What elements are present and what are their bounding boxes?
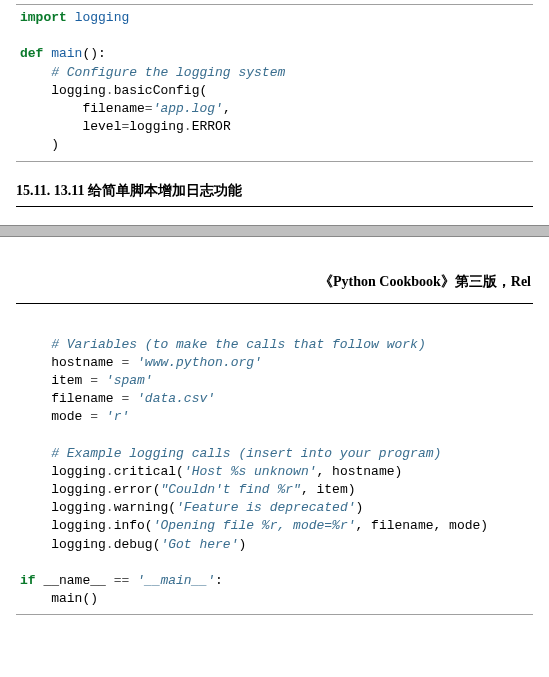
str-got-here: 'Got here' (160, 537, 238, 552)
var-hostname: hostname (51, 355, 113, 370)
var-item: item (51, 373, 82, 388)
section-heading: 15.11. 13.11 给简单脚本增加日志功能 (16, 176, 533, 207)
var-filename: filename (51, 391, 113, 406)
logging-ref: logging (129, 119, 184, 134)
logging-warn: logging (51, 500, 106, 515)
arg-filename: filename (82, 101, 144, 116)
call-error: error( (114, 482, 161, 497)
comment-configure: # Configure the logging system (51, 65, 285, 80)
code-block-1: import logging def main(): # Configure t… (16, 4, 533, 162)
call-warning: warning( (114, 500, 176, 515)
close: ) (238, 537, 246, 552)
space (129, 573, 137, 588)
call-info: info( (114, 518, 153, 533)
level-error: ERROR (192, 119, 231, 134)
call-logging: logging (51, 83, 106, 98)
logging-debug: logging (51, 537, 106, 552)
dot: . (106, 518, 114, 533)
close: ) (356, 500, 364, 515)
str-opening-file: 'Opening file %r, mode=%r' (153, 518, 356, 533)
page-lower: 《Python Cookbook》第三版，Rel # Variables (to… (0, 273, 549, 616)
call-critical: critical( (114, 464, 184, 479)
call-debug: debug( (114, 537, 161, 552)
page-upper: import logging def main(): # Configure t… (0, 0, 549, 207)
dot: . (106, 83, 114, 98)
dot: . (184, 119, 192, 134)
module-logging: logging (75, 10, 130, 25)
eq: = (82, 409, 105, 424)
kw-if: if (20, 573, 36, 588)
close-paren: ) (51, 137, 59, 152)
eqeq: == (114, 573, 130, 588)
comment-example: # Example logging calls (insert into you… (51, 446, 441, 461)
logging-err: logging (51, 482, 106, 497)
kw-import: import (20, 10, 67, 25)
str-deprecated: 'Feature is deprecated' (176, 500, 355, 515)
str-applog: 'app.log' (153, 101, 223, 116)
page-break (0, 225, 549, 237)
str-hostname: 'www.python.org' (137, 355, 262, 370)
paren: (): (82, 46, 105, 61)
kw-def: def (20, 46, 43, 61)
args-item: , item) (301, 482, 356, 497)
logging-info: logging (51, 518, 106, 533)
str-item: 'spam' (106, 373, 153, 388)
dot: . (106, 500, 114, 515)
eq: = (145, 101, 153, 116)
args-hostname: , hostname) (316, 464, 402, 479)
page-header: 《Python Cookbook》第三版，Rel (16, 273, 533, 304)
code-block-2: # Variables (to make the calls that foll… (16, 332, 533, 616)
logging-crit: logging (51, 464, 106, 479)
dot: . (106, 464, 114, 479)
dot: . (106, 537, 114, 552)
comma: , (223, 101, 231, 116)
name-dunder: __name__ (36, 573, 114, 588)
str-main: '__main__' (137, 573, 215, 588)
arg-level: level (82, 119, 121, 134)
eq: = (114, 391, 137, 406)
call-basicconfig: basicConfig( (114, 83, 208, 98)
colon: : (215, 573, 223, 588)
var-mode: mode (51, 409, 82, 424)
str-mode: 'r' (106, 409, 129, 424)
dot: . (106, 482, 114, 497)
str-couldnt-find: "Couldn't find %r" (160, 482, 300, 497)
str-filename: 'data.csv' (137, 391, 215, 406)
call-main: main() (51, 591, 98, 606)
func-main: main (51, 46, 82, 61)
eq: = (82, 373, 105, 388)
eq: = (114, 355, 137, 370)
str-host-unknown: 'Host %s unknown' (184, 464, 317, 479)
comment-variables: # Variables (to make the calls that foll… (51, 337, 425, 352)
args-file-mode: , filename, mode) (356, 518, 489, 533)
